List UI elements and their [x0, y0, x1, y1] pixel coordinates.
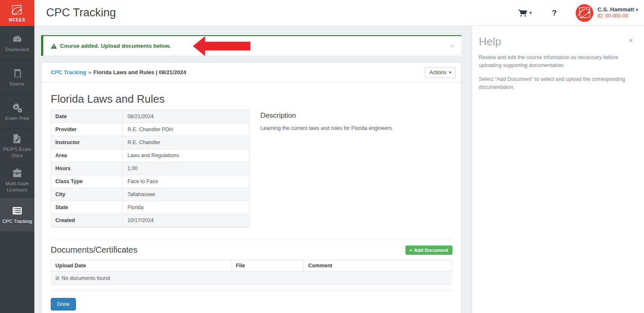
sidebar-item-pe-ps-exam-docs[interactable]: PE/PS Exam Docs	[0, 129, 34, 163]
sidebar-item-label: Multi-State Licensure	[0, 181, 34, 193]
actions-button[interactable]: Actions ▾	[425, 67, 456, 78]
detail-value: Tallahassee	[122, 188, 249, 201]
sidebar-item-dashboard[interactable]: Dashboard	[0, 26, 34, 60]
detail-label: Provider	[51, 123, 122, 136]
main-wrap: CPC Tracking ▾ ? C.S. Hammatt ▾ ID: 00-0…	[34, 0, 644, 313]
detail-row: Area Laws and Regulations	[51, 149, 249, 162]
description-section: Description Learning the current laws an…	[260, 110, 452, 228]
detail-label: State	[51, 201, 122, 214]
list-icon	[12, 205, 23, 216]
detail-row: Class Type Face to Face	[51, 175, 249, 188]
cart-menu-button[interactable]: ▾	[518, 9, 532, 17]
detail-label: Class Type	[51, 175, 122, 188]
alert-message: Course added. Upload documents below.	[60, 43, 171, 49]
description-title: Description	[260, 111, 452, 120]
column-header-file: File	[231, 260, 304, 272]
sidebar-item-cpc-tracking[interactable]: CPC Tracking	[0, 198, 34, 232]
gears-icon	[12, 102, 23, 113]
page-title: CPC Tracking	[46, 6, 116, 19]
empty-documents-row: ⊘No documents found	[51, 272, 452, 285]
document-pencil-icon	[12, 133, 23, 144]
ncees-logo[interactable]: NCEES	[0, 0, 34, 26]
card-header: CPC Tracking»Florida Laws and Rules | 08…	[42, 62, 461, 83]
detail-value: R.E. Chandler PDH	[122, 123, 249, 136]
sidebar-item-label: Exam Prep	[4, 115, 31, 122]
help-paragraph: Select "Add Document" to select and uplo…	[479, 75, 631, 92]
detail-value: Laws and Regulations	[122, 149, 249, 162]
section-divider	[51, 238, 452, 239]
documents-header: Documents/Certificates + Add Document	[51, 245, 452, 255]
help-panel-header: Help ×	[479, 35, 633, 48]
breadcrumb-current: Florida Laws and Rules | 08/21/2024	[93, 69, 186, 75]
sidebar: NCEES Dashboard Exams Exam Prep PE/PS Ex	[0, 0, 34, 313]
course-details: Date 08/21/2024 Provider R.E. Chandler P…	[51, 110, 452, 228]
detail-value: Florida	[122, 201, 249, 214]
breadcrumb-separator: »	[88, 69, 91, 75]
success-alert: Course added. Upload documents below. ×	[41, 35, 462, 56]
add-document-button[interactable]: + Add Document	[405, 246, 453, 255]
course-details-table: Date 08/21/2024 Provider R.E. Chandler P…	[51, 110, 249, 228]
detail-label: Area	[51, 149, 122, 162]
column-header-upload-date: Upload Date	[51, 260, 232, 272]
user-text: C.S. Hammatt ▾ ID: 00-000-00	[597, 6, 638, 20]
detail-value: 08/21/2024	[122, 110, 249, 123]
column-header-comment: Comment	[304, 260, 452, 272]
user-id: ID: 00-000-00	[597, 13, 638, 19]
sidebar-item-label: CPC Tracking	[1, 218, 34, 225]
detail-label: Instructor	[51, 136, 122, 149]
sidebar-item-exam-prep[interactable]: Exam Prep	[0, 95, 34, 129]
detail-value: 1.00	[122, 162, 249, 175]
description-text: Learning the current laws and rules for …	[260, 125, 452, 131]
sidebar-item-label: Dashboard	[4, 47, 31, 53]
detail-value: 10/17/2024	[122, 214, 249, 227]
help-panel: Help × Review and edit the course inform…	[472, 26, 644, 313]
detail-row: Hours 1.00	[51, 162, 249, 175]
card-body: Florida Laws and Rules Date 08/21/2024	[42, 83, 461, 313]
close-icon[interactable]: ×	[629, 35, 633, 44]
content-row: Course added. Upload documents below. × …	[34, 26, 644, 313]
no-entry-icon: ⊘	[55, 275, 60, 281]
documents-title: Documents/Certificates	[51, 245, 138, 255]
chevron-down-icon: ▾	[636, 7, 638, 12]
detail-value: Face to Face	[122, 175, 249, 188]
detail-row: Created 10/17/2024	[51, 214, 249, 227]
sidebar-item-multi-state-licensure[interactable]: Multi-State Licensure	[0, 163, 34, 198]
close-icon[interactable]: ×	[450, 42, 454, 49]
warning-triangle-icon	[51, 43, 57, 49]
sidebar-item-exams[interactable]: Exams	[0, 60, 34, 95]
cart-icon	[518, 9, 527, 17]
help-panel-title: Help	[479, 35, 501, 48]
detail-row: State Florida	[51, 201, 249, 214]
user-name: C.S. Hammatt ▾	[597, 6, 638, 13]
user-menu[interactable]: C.S. Hammatt ▾ ID: 00-000-00	[576, 4, 638, 22]
main-content: Course added. Upload documents below. × …	[34, 26, 472, 313]
dashboard-gauge-icon	[12, 34, 23, 44]
detail-label: Date	[51, 110, 122, 123]
detail-row: Provider R.E. Chandler PDH	[51, 123, 249, 136]
topbar: CPC Tracking ▾ ? C.S. Hammatt ▾ ID: 00-0…	[34, 0, 644, 26]
plus-icon: +	[410, 248, 413, 253]
briefcase-icon	[12, 168, 23, 178]
breadcrumb: CPC Tracking»Florida Laws and Rules | 08…	[51, 69, 186, 75]
course-card: CPC Tracking»Florida Laws and Rules | 08…	[41, 62, 462, 313]
detail-label: Created	[51, 214, 122, 227]
book-icon	[12, 68, 23, 79]
chevron-down-icon: ▾	[449, 70, 451, 75]
done-button[interactable]: Done	[51, 298, 76, 310]
ncees-logo-text: NCEES	[9, 18, 25, 22]
detail-row: Date 08/21/2024	[51, 110, 249, 123]
sidebar-item-label: PE/PS Exam Docs	[0, 146, 34, 159]
empty-documents-text: No documents found	[62, 275, 110, 281]
topbar-right: ▾ ? C.S. Hammatt ▾ ID: 00-000-00	[518, 4, 644, 22]
section-divider	[51, 291, 452, 291]
annotation-arrow	[193, 36, 250, 56]
detail-row: Instructor R.E. Chandler	[51, 136, 249, 149]
detail-label: Hours	[51, 162, 122, 175]
help-toggle-button[interactable]: ?	[552, 8, 557, 18]
detail-value: R.E. Chandler	[122, 136, 249, 149]
detail-row: City Tallahassee	[51, 188, 249, 201]
help-paragraph: Review and edit the course information a…	[479, 54, 631, 70]
breadcrumb-link-cpc-tracking[interactable]: CPC Tracking	[51, 69, 86, 75]
course-title: Florida Laws and Rules	[51, 93, 452, 106]
ncees-logo-icon	[10, 4, 24, 17]
